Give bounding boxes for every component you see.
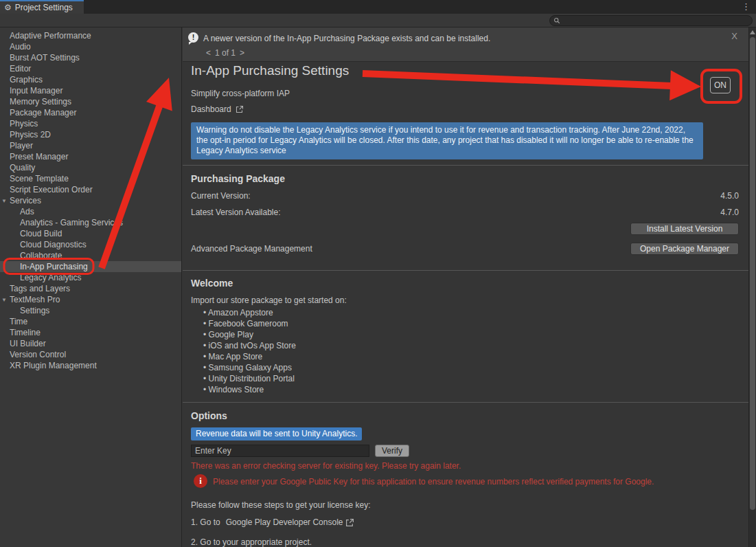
sidebar-item-timeline[interactable]: Timeline [0, 327, 181, 338]
latest-version-label: Latest Version Available: [191, 208, 281, 217]
sidebar-item-package-manager[interactable]: Package Manager [0, 107, 181, 118]
sidebar-item-time[interactable]: Time [0, 316, 181, 327]
sidebar-item-adaptive-performance[interactable]: Adaptive Performance [0, 30, 181, 41]
notification-message: A newer version of the In-App Purchasing… [203, 34, 490, 43]
section-divider [183, 270, 748, 271]
sidebar-item-xr-plugin-management[interactable]: XR Plugin Management [0, 360, 181, 371]
sidebar-item-collaborate[interactable]: Collaborate [0, 250, 181, 261]
sidebar-item-analytics-gaming-services[interactable]: Analytics - Gaming Services [0, 217, 181, 228]
update-notification-banner: ! A newer version of the In-App Purchasi… [183, 27, 748, 62]
sidebar-item-textmesh-pro[interactable]: ▼ TextMesh Pro [0, 294, 181, 305]
section-divider [183, 165, 748, 166]
verify-button[interactable]: Verify [375, 445, 409, 457]
open-package-manager-button[interactable]: Open Package Manager [630, 243, 739, 255]
sidebar-item-editor[interactable]: Editor [0, 63, 181, 74]
search-icon [553, 17, 560, 24]
welcome-intro: Import our store package to get started … [191, 295, 347, 305]
sidebar-item-memory-settings[interactable]: Memory Settings [0, 96, 181, 107]
external-link-icon [236, 105, 244, 113]
current-version-row: Current Version: 4.5.0 [191, 190, 739, 201]
close-icon[interactable]: X [731, 31, 737, 41]
sidebar-item-player[interactable]: Player [0, 140, 181, 151]
store-list-item: Samsung Galaxy Apps [203, 362, 296, 373]
sidebar-item-input-manager[interactable]: Input Manager [0, 85, 181, 96]
install-latest-version-button[interactable]: Install Latest Version [630, 223, 739, 235]
scrollbar-up-icon[interactable] [750, 30, 755, 34]
advanced-package-label: Advanced Package Management [191, 244, 312, 254]
latest-version-row: Latest Version Available: 4.7.0 [191, 207, 739, 218]
revenue-analytics-note: Revenue data will be sent to Unity Analy… [191, 427, 362, 440]
sidebar-item-legacy-analytics[interactable]: Legacy Analytics [0, 272, 181, 283]
store-list-item: Google Play [203, 329, 296, 340]
store-list-item: iOS and tvOs App Store [203, 340, 296, 351]
sidebar-item-preset-manager[interactable]: Preset Manager [0, 151, 181, 162]
pager-prev-button[interactable]: < [206, 48, 211, 58]
current-version-value: 4.5.0 [720, 191, 739, 201]
notification-icon: ! [188, 32, 198, 43]
scrollbar-thumb[interactable] [750, 37, 755, 510]
license-key-row: Verify [191, 445, 409, 457]
store-list-item: Amazon Appstore [203, 307, 296, 318]
iap-on-toggle[interactable]: ON [710, 77, 731, 93]
gear-icon: ⚙ [4, 3, 12, 12]
pager-next-button[interactable]: > [240, 48, 244, 58]
current-version-label: Current Version: [191, 191, 251, 201]
store-list-item: Facebook Gameroom [203, 318, 296, 329]
sidebar-item-script-execution-order[interactable]: Script Execution Order [0, 184, 181, 195]
settings-sidebar: Adaptive Performance Audio Burst AOT Set… [0, 27, 182, 547]
tab-project-settings[interactable]: ⚙ Project Settings [0, 0, 84, 14]
sidebar-item-cloud-build[interactable]: Cloud Build [0, 228, 181, 239]
page-subtitle: Simplify cross-platform IAP [191, 89, 290, 98]
page-title: In-App Purchasing Settings [191, 63, 349, 78]
main-panel: ! A newer version of the In-App Purchasi… [183, 27, 748, 547]
dashboard-label: Dashboard [191, 104, 231, 114]
sidebar-item-graphics[interactable]: Graphics [0, 74, 181, 85]
step-2-text: 2. Go to your appropriate project. [191, 537, 312, 547]
notification-pager: < 1 of 1 > [206, 48, 244, 58]
sidebar-item-physics[interactable]: Physics [0, 118, 181, 129]
legacy-analytics-warning: Warning do not disable the Legacy Analyt… [191, 122, 703, 159]
vertical-scrollbar[interactable] [748, 27, 756, 547]
kebab-menu-icon[interactable]: ⋮ [742, 1, 751, 12]
search-input[interactable] [563, 16, 752, 25]
sidebar-item-scene-template[interactable]: Scene Template [0, 173, 181, 184]
tab-title: Project Settings [15, 3, 73, 12]
welcome-heading: Welcome [191, 278, 233, 289]
step-1-row: 1. Go to Google Play Developer Console [191, 517, 354, 527]
google-key-message: Please enter your Google Public Key for … [213, 477, 654, 487]
dashboard-link[interactable]: Dashboard [191, 104, 244, 114]
store-list-item: Unity Distribution Portal [203, 373, 296, 384]
google-play-console-link[interactable]: Google Play Developer Console [226, 517, 343, 527]
external-link-icon [345, 518, 354, 527]
sidebar-item-tags-and-layers[interactable]: Tags and Layers [0, 283, 181, 294]
sidebar-item-burst-aot-settings[interactable]: Burst AOT Settings [0, 52, 181, 63]
server-error-text: There was an error checking server for e… [191, 461, 461, 471]
pager-count: 1 of 1 [215, 48, 236, 58]
sidebar-item-audio[interactable]: Audio [0, 41, 181, 52]
license-key-input[interactable] [191, 445, 369, 457]
sidebar-item-label: TextMesh Pro [10, 295, 60, 304]
sidebar-item-ads[interactable]: Ads [0, 206, 181, 217]
store-list-item: Windows Store [203, 384, 296, 395]
sidebar-item-version-control[interactable]: Version Control [0, 349, 181, 360]
store-list: Amazon Appstore Facebook Gameroom Google… [203, 307, 296, 395]
tab-strip: ⚙ Project Settings ⋮ [0, 0, 756, 14]
sidebar-item-in-app-purchasing[interactable]: In-App Purchasing [0, 261, 181, 272]
sidebar-item-label: Services [10, 196, 41, 205]
sidebar-item-textmesh-settings[interactable]: Settings [0, 305, 181, 316]
latest-version-value: 4.7.0 [720, 208, 739, 217]
expander-icon[interactable]: ▼ [1, 295, 7, 306]
expander-icon[interactable]: ▼ [1, 196, 7, 207]
sidebar-item-ui-builder[interactable]: UI Builder [0, 338, 181, 349]
error-info-icon: i [194, 474, 207, 488]
sidebar-item-services[interactable]: ▼ Services [0, 195, 181, 206]
store-list-item: Mac App Store [203, 351, 296, 362]
sidebar-item-physics-2d[interactable]: Physics 2D [0, 129, 181, 140]
steps-intro: Please follow these steps to get your li… [191, 500, 370, 510]
toolbar [0, 14, 756, 27]
sidebar-item-quality[interactable]: Quality [0, 162, 181, 173]
search-box[interactable] [549, 15, 753, 26]
section-divider [183, 402, 748, 403]
sidebar-item-cloud-diagnostics[interactable]: Cloud Diagnostics [0, 239, 181, 250]
purchasing-package-heading: Purchasing Package [191, 173, 285, 184]
